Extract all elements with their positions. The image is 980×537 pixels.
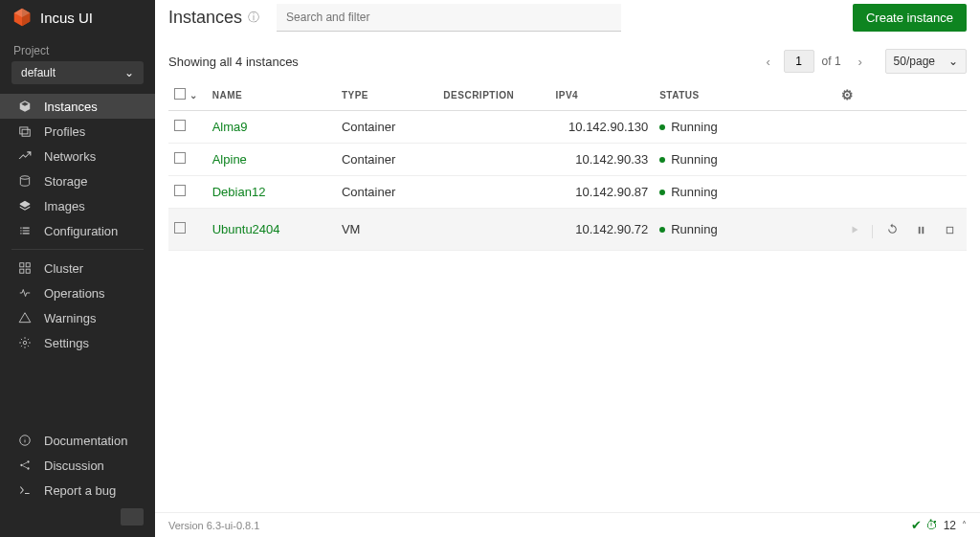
table-settings-icon[interactable]: ⚙ xyxy=(841,87,855,102)
nav-configuration[interactable]: Configuration xyxy=(0,218,155,243)
nav-report-bug[interactable]: Report a bug xyxy=(0,478,155,503)
layers-icon xyxy=(17,198,33,213)
svg-point-7 xyxy=(23,341,27,345)
svg-point-9 xyxy=(20,464,22,466)
nav-documentation[interactable]: Documentation xyxy=(0,428,155,453)
sidebar-collapse-button[interactable] xyxy=(121,508,144,526)
status-area[interactable]: ✔ ⏱ 12 ˄ xyxy=(911,518,967,532)
pager-next-button[interactable]: › xyxy=(849,50,872,73)
gear-icon xyxy=(17,335,33,350)
status-dot-icon xyxy=(659,124,665,130)
row-checkbox[interactable] xyxy=(174,152,186,167)
nav-label: Discussion xyxy=(44,459,104,473)
nav-warnings[interactable]: Warnings xyxy=(0,305,155,330)
svg-rect-13 xyxy=(922,226,924,233)
per-page-select[interactable]: 50/page ⌄ xyxy=(885,49,967,74)
table-row[interactable]: Debian12 Container 10.142.90.87 Running xyxy=(168,176,967,209)
svg-rect-14 xyxy=(947,227,952,233)
svg-point-10 xyxy=(27,460,29,462)
app-title: Incus UI xyxy=(40,10,93,26)
table-row[interactable]: Ubuntu2404 VM 10.142.90.72 Running xyxy=(168,209,967,251)
sidebar-footer: Documentation Discussion Report a bug xyxy=(0,422,155,537)
instance-name-link[interactable]: Alpine xyxy=(212,152,247,167)
cell-status: Running xyxy=(659,120,829,134)
cell-description xyxy=(437,209,549,251)
col-header-name[interactable]: NAME xyxy=(207,79,336,111)
table-row[interactable]: Alpine Container 10.142.90.33 Running xyxy=(168,144,967,176)
nav-cluster[interactable]: Cluster xyxy=(0,256,155,280)
row-checkbox[interactable] xyxy=(174,222,186,236)
instance-name-link[interactable]: Ubuntu2404 xyxy=(212,222,280,236)
cell-status: Running xyxy=(659,152,829,167)
svg-point-2 xyxy=(20,176,29,180)
nav-networks[interactable]: Networks xyxy=(0,144,155,168)
row-checkbox[interactable] xyxy=(174,185,186,199)
nav-label: Operations xyxy=(44,286,105,301)
nav-primary: Instances Profiles Networks Storage Imag… xyxy=(0,94,155,422)
nav-profiles[interactable]: Profiles xyxy=(0,119,155,144)
table-row[interactable]: Alma9 Container 10.142.90.130 Running xyxy=(168,111,967,144)
warning-icon xyxy=(17,310,33,325)
select-menu-chevron-icon[interactable]: ⌄ xyxy=(189,90,198,101)
instance-name-link[interactable]: Debian12 xyxy=(212,185,266,199)
create-instance-button[interactable]: Create instance xyxy=(853,4,967,32)
project-select[interactable]: default ⌄ xyxy=(11,61,144,84)
cell-ipv4: 10.142.90.33 xyxy=(549,144,654,176)
status-dot-icon xyxy=(659,227,665,233)
cell-status: Running xyxy=(659,222,829,236)
nav-images[interactable]: Images xyxy=(0,193,155,218)
nav-settings[interactable]: Settings xyxy=(0,330,155,355)
main-content: Instances ⓘ Create instance Showing all … xyxy=(155,0,980,537)
select-all-checkbox[interactable] xyxy=(174,88,186,101)
status-dot-icon xyxy=(659,157,665,163)
nav-divider xyxy=(11,249,144,250)
nav-label: Documentation xyxy=(44,434,127,448)
nav-label: Cluster xyxy=(44,261,83,276)
pager-of-label: of 1 xyxy=(822,55,841,68)
terminal-icon xyxy=(17,482,33,498)
svg-point-11 xyxy=(27,467,29,469)
cell-description xyxy=(437,111,549,144)
nav-storage[interactable]: Storage xyxy=(0,168,155,193)
clock-icon: ⏱ xyxy=(925,518,938,532)
pager-page-input[interactable] xyxy=(784,50,814,73)
cell-ipv4: 10.142.90.87 xyxy=(549,176,654,209)
logo-icon xyxy=(11,7,33,28)
cell-description xyxy=(437,144,549,176)
col-header-type: TYPE xyxy=(336,79,437,111)
svg-rect-3 xyxy=(20,263,24,267)
header: Instances ⓘ Create instance xyxy=(155,0,980,35)
restart-button[interactable] xyxy=(881,217,904,240)
nav-label: Networks xyxy=(44,149,96,164)
cell-ipv4: 10.142.90.130 xyxy=(549,111,654,144)
instance-name-link[interactable]: Alma9 xyxy=(212,120,248,134)
start-button[interactable] xyxy=(843,218,866,241)
pause-button[interactable] xyxy=(909,218,932,241)
cube-icon xyxy=(17,99,33,114)
col-header-description: DESCRIPTION xyxy=(437,79,549,111)
cell-ipv4: 10.142.90.72 xyxy=(549,209,654,251)
nav-discussion[interactable]: Discussion xyxy=(0,453,155,478)
status-count: 12 xyxy=(944,519,956,532)
row-checkbox[interactable] xyxy=(174,120,186,134)
cell-type: Container xyxy=(336,111,437,144)
page-title: Instances xyxy=(168,8,242,28)
cell-description xyxy=(437,176,549,209)
search-input[interactable] xyxy=(277,4,621,32)
disk-icon xyxy=(17,173,33,189)
logo-row: Incus UI xyxy=(0,0,155,34)
stop-button[interactable] xyxy=(938,218,961,241)
cell-status: Running xyxy=(659,185,829,199)
info-icon xyxy=(17,433,33,448)
svg-rect-0 xyxy=(20,127,28,134)
nav-label: Storage xyxy=(44,174,88,189)
pager-prev-button[interactable]: ‹ xyxy=(757,50,780,73)
version-text: Version 6.3-ui-0.8.1 xyxy=(168,520,259,531)
info-icon[interactable]: ⓘ xyxy=(248,10,259,26)
per-page-value: 50/page xyxy=(894,55,935,68)
cell-type: Container xyxy=(336,176,437,209)
svg-rect-5 xyxy=(20,269,24,273)
nav-operations[interactable]: Operations xyxy=(0,280,155,305)
grid-icon xyxy=(17,260,33,276)
nav-instances[interactable]: Instances xyxy=(0,94,155,119)
